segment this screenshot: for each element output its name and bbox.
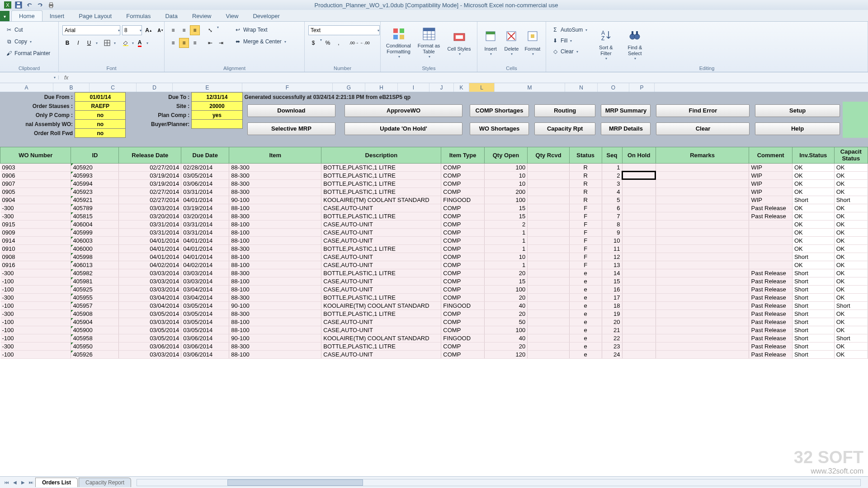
cell-desc[interactable]: BOTTLE,PLASTIC,1 LITRE: [321, 244, 441, 253]
col-on-hold[interactable]: On Hold: [622, 147, 656, 163]
cell-rem[interactable]: [656, 277, 749, 285]
cell-rel[interactable]: 03/06/2014: [119, 342, 181, 350]
cell-inv[interactable]: OK: [792, 228, 834, 236]
cell-st[interactable]: R: [569, 179, 602, 188]
cell-due[interactable]: 03/05/2014: [181, 310, 229, 318]
cell-desc[interactable]: BOTTLE,PLASTIC,1 LITRE: [321, 179, 441, 188]
cell-st[interactable]: e: [569, 310, 602, 318]
cell-com[interactable]: Past Release: [749, 285, 792, 293]
cell-inv[interactable]: Short: [792, 342, 834, 350]
cell-rem[interactable]: [656, 228, 749, 236]
table-row[interactable]: 090740599403/19/201403/06/201488-300BOTT…: [0, 179, 868, 188]
cell-qr[interactable]: [528, 310, 570, 318]
cell-item[interactable]: 90-100: [229, 334, 321, 342]
shrink-font-icon[interactable]: A▼: [156, 25, 165, 35]
cell-inv[interactable]: OK: [792, 204, 834, 212]
sort-filter-button[interactable]: AZSort & Filter▾: [594, 25, 618, 64]
cell-id[interactable]: 405908: [71, 310, 119, 318]
cell-id[interactable]: 405998: [71, 253, 119, 261]
cell-desc[interactable]: CASE,AUTO-UNIT: [321, 326, 441, 334]
cell-wo[interactable]: -100: [0, 326, 71, 334]
cell-seq[interactable]: 1: [602, 163, 622, 171]
cell-rem[interactable]: [656, 318, 749, 326]
cell-rel[interactable]: 03/04/2014: [119, 301, 181, 310]
cell-item[interactable]: 88-100: [229, 253, 321, 261]
cell-cap[interactable]: OK: [834, 318, 868, 326]
cell-id[interactable]: 405904: [71, 318, 119, 326]
col-header-M[interactable]: M: [495, 83, 565, 92]
cell-type[interactable]: COMP: [441, 293, 484, 301]
cell-due[interactable]: 03/05/2014: [181, 318, 229, 326]
sheet-nav-next-icon[interactable]: ▶: [19, 479, 27, 487]
cell-cap[interactable]: Short: [834, 196, 868, 204]
col-header-F[interactable]: F: [242, 83, 333, 92]
cell-com[interactable]: Past Release: [749, 310, 792, 318]
align-right-icon[interactable]: ≡: [190, 38, 200, 48]
cell-type[interactable]: FINGOOD: [441, 334, 484, 342]
tab-data[interactable]: Data: [158, 11, 184, 21]
cell-due[interactable]: 03/06/2014: [181, 334, 229, 342]
due-to-cell[interactable]: 12/31/14: [192, 93, 242, 102]
mrp-details-button[interactable]: MRP Details: [601, 122, 651, 135]
cell-item[interactable]: 88-300: [229, 293, 321, 301]
cell-rel[interactable]: 03/05/2014: [119, 326, 181, 334]
cell-qo[interactable]: 20: [484, 269, 527, 277]
update-on-hold-button[interactable]: Update 'On Hold': [344, 122, 462, 135]
table-row[interactable]: -10040598103/03/201403/03/201488-100CASE…: [0, 277, 868, 285]
cell-cap[interactable]: OK: [834, 285, 868, 293]
cell-oh[interactable]: [622, 196, 656, 204]
cell-qo[interactable]: 15: [484, 212, 527, 220]
cell-com[interactable]: WIP: [749, 179, 792, 188]
cell-rem[interactable]: [656, 179, 749, 188]
cell-cap[interactable]: OK: [834, 310, 868, 318]
cell-oh[interactable]: [622, 310, 656, 318]
cell-qr[interactable]: [528, 334, 570, 342]
cell-id[interactable]: 406013: [71, 261, 119, 269]
cell-wo[interactable]: 0904: [0, 196, 71, 204]
save-icon[interactable]: [14, 1, 23, 9]
cell-cap[interactable]: Short: [834, 301, 868, 310]
cell-rem[interactable]: [656, 244, 749, 253]
cell-rel[interactable]: 03/19/2014: [119, 171, 181, 179]
cell-qo[interactable]: 10: [484, 171, 527, 179]
align-middle-icon[interactable]: ≡: [179, 25, 189, 35]
cell-rem[interactable]: [656, 285, 749, 293]
decrease-decimal-icon[interactable]: ←.00: [360, 38, 370, 48]
cell-rel[interactable]: 03/03/2014: [119, 277, 181, 285]
cell-rel[interactable]: 02/27/2014: [119, 196, 181, 204]
decrease-indent-icon[interactable]: ⇤: [205, 38, 215, 48]
routing-button[interactable]: Routing: [534, 104, 595, 117]
cell-wo[interactable]: -300: [0, 342, 71, 350]
final-assembly-cell[interactable]: no: [75, 120, 126, 129]
clear-button[interactable]: ◇Clear▾: [550, 47, 589, 56]
autosum-button[interactable]: ΣAutoSum▾: [550, 25, 589, 34]
cell-rel[interactable]: 04/02/2014: [119, 261, 181, 269]
cell-qr[interactable]: [528, 236, 570, 244]
cell-com[interactable]: Past Release: [749, 277, 792, 285]
cell-wo[interactable]: -100: [0, 350, 71, 358]
copy-button[interactable]: ⧉Copy▾: [4, 37, 52, 46]
cell-st[interactable]: F: [569, 244, 602, 253]
underline-button[interactable]: U: [84, 38, 94, 48]
cell-due[interactable]: 04/01/2014: [181, 196, 229, 204]
conditional-formatting-button[interactable]: Conditional Formatting▾: [384, 23, 413, 62]
cell-styles-button[interactable]: Cell Styles▾: [445, 23, 473, 62]
col-release-date[interactable]: Release Date: [119, 147, 181, 163]
cell-st[interactable]: e: [569, 334, 602, 342]
cell-desc[interactable]: BOTTLE,PLASTIC,1 LITRE: [321, 212, 441, 220]
cell-item[interactable]: 88-100: [229, 204, 321, 212]
cell-seq[interactable]: 15: [602, 277, 622, 285]
col-header-O[interactable]: O: [598, 83, 629, 92]
cell-seq[interactable]: 18: [602, 301, 622, 310]
cell-oh[interactable]: [622, 188, 656, 196]
table-row[interactable]: 091640601304/02/201404/02/201488-100CASE…: [0, 261, 868, 269]
cell-rem[interactable]: [656, 350, 749, 358]
cell-oh[interactable]: [622, 293, 656, 301]
cell-due[interactable]: 03/20/2014: [181, 212, 229, 220]
col-item[interactable]: Item: [229, 147, 321, 163]
sheet-tab-capacity-report[interactable]: Capacity Report: [79, 478, 131, 487]
cell-com[interactable]: Past Release: [749, 326, 792, 334]
tab-review[interactable]: Review: [185, 11, 219, 21]
undo-icon[interactable]: [25, 1, 33, 9]
cell-item[interactable]: 88-100: [229, 285, 321, 293]
